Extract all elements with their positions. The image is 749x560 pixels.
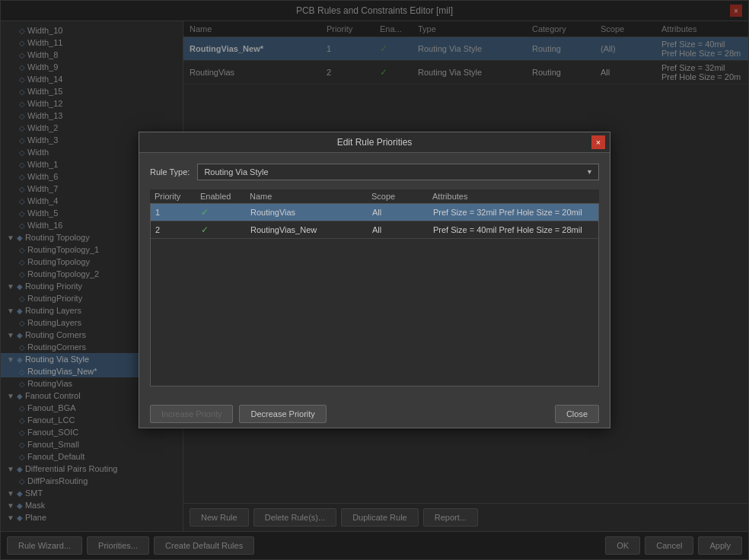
modal-close-btn[interactable]: Close (555, 405, 599, 423)
modal-table-row[interactable]: 2 ✓ RoutingVias_New All Pref Size = 40mi… (151, 221, 598, 239)
modal-check-icon: ✓ (201, 224, 209, 235)
modal-table-header: Priority Enabled Name Scope Attributes (150, 189, 599, 204)
modal-footer: Increase Priority Decrease Priority Clos… (139, 397, 610, 428)
rule-type-select-wrapper: Routing Via StyleRouting WidthRouting To… (197, 164, 599, 180)
modal-title: Edit Rule Priorities (337, 137, 413, 148)
increase-priority-button[interactable]: Increase Priority (150, 405, 233, 423)
mcell-enabled: ✓ (201, 224, 250, 235)
mcell-priority: 2 (155, 225, 201, 234)
mcell-name: RoutingVias_New (250, 225, 372, 234)
mcell-enabled: ✓ (201, 207, 250, 218)
mcell-name: RoutingVias (250, 208, 372, 217)
modal-table-body: 1 ✓ RoutingVias All Pref Size = 32mil Pr… (150, 204, 599, 387)
mcell-scope: All (372, 225, 433, 234)
modal-title-bar: Edit Rule Priorities × (139, 132, 610, 153)
mcell-scope: All (372, 208, 433, 217)
mcell-priority: 1 (155, 208, 201, 217)
mcell-attributes: Pref Size = 40mil Pref Hole Size = 28mil (433, 225, 594, 234)
rule-type-row: Rule Type: Routing Via StyleRouting Widt… (150, 164, 599, 180)
rule-type-label: Rule Type: (150, 167, 190, 177)
mcol-header-attributes: Attributes (432, 192, 594, 201)
modal-check-icon: ✓ (201, 207, 209, 218)
mcol-header-enabled: Enabled (200, 192, 250, 201)
modal-table-row[interactable]: 1 ✓ RoutingVias All Pref Size = 32mil Pr… (151, 204, 598, 221)
mcol-header-priority: Priority (155, 192, 200, 201)
modal-body: Rule Type: Routing Via StyleRouting Widt… (139, 153, 610, 397)
mcol-header-name: Name (250, 192, 371, 201)
mcol-header-scope: Scope (371, 192, 432, 201)
edit-rule-priorities-modal: Edit Rule Priorities × Rule Type: Routin… (139, 132, 610, 428)
mcell-attributes: Pref Size = 32mil Pref Hole Size = 20mil (433, 208, 594, 217)
modal-overlay: Edit Rule Priorities × Rule Type: Routin… (0, 0, 749, 560)
decrease-priority-button[interactable]: Decrease Priority (239, 405, 326, 423)
modal-close-button[interactable]: × (591, 135, 605, 149)
rule-type-select[interactable]: Routing Via StyleRouting WidthRouting To… (197, 164, 599, 180)
